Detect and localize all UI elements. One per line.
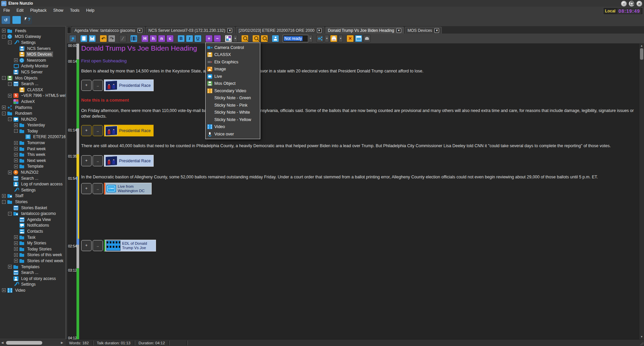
element-more-button[interactable]: ..: [93, 155, 103, 166]
tree-expander[interactable]: +: [14, 253, 18, 257]
tree-item[interactable]: - Search ...: [0, 81, 65, 87]
tree-expander[interactable]: -: [8, 82, 12, 86]
tree-expander[interactable]: +: [8, 171, 12, 174]
element-chip[interactable]: EDL of Donald Trump Vs Joe: [104, 240, 156, 251]
menu-item[interactable]: File: [0, 7, 13, 13]
element-chip[interactable]: Presidential Race: [104, 125, 154, 136]
tree-item[interactable]: - Settings: [0, 40, 65, 46]
find-next-button[interactable]: [252, 35, 260, 42]
tab[interactable]: [20/02/2023] ETERE 20200716 ORE 2000: [236, 27, 324, 34]
tree-expander[interactable]: +: [2, 194, 6, 198]
story-comment[interactable]: Note this is a comment: [81, 98, 129, 103]
tree-item[interactable]: + Newsroom: [0, 57, 65, 63]
tree-item[interactable]: Settings: [0, 187, 65, 193]
tree-item[interactable]: Log of story access: [0, 276, 65, 282]
undo-button[interactable]: [100, 35, 107, 42]
tree-expander[interactable]: -: [2, 35, 6, 39]
tree-item[interactable]: Contacts: [0, 228, 65, 234]
element-more-button[interactable]: ..: [93, 125, 103, 136]
tree-item[interactable]: + Platforms: [0, 105, 65, 111]
story-paragraph[interactable]: On Friday afternoon, there were more tha…: [81, 108, 639, 119]
insert-clip-button[interactable]: [130, 35, 138, 42]
story-element-clip[interactable]: + .. Presidential Race: [81, 155, 154, 167]
redo-button[interactable]: [108, 35, 115, 42]
comment-button[interactable]: c: [166, 35, 174, 42]
menu-item[interactable]: Show: [50, 7, 67, 13]
story-properties-button[interactable]: [69, 35, 76, 42]
element-add-button[interactable]: +: [81, 240, 92, 251]
status-dropdown-button[interactable]: ▾: [308, 35, 313, 42]
tree-item[interactable]: + Yesterday: [0, 122, 65, 128]
story-editor-content[interactable]: 00:00 00:14 01:14 01:35 01:54 02:54 03:1…: [67, 44, 644, 339]
tree-item[interactable]: + Past week: [0, 146, 65, 152]
menu-option[interactable]: Image: [206, 66, 260, 73]
menu-option[interactable]: Sticky Note - Yellow: [206, 116, 260, 123]
tree-item[interactable]: NCS Servers: [0, 46, 65, 52]
tree-item[interactable]: + Tomorrow: [0, 140, 65, 146]
tree-item[interactable]: MOS Devices: [0, 51, 65, 57]
scrollbar-thumb[interactable]: [6, 341, 42, 345]
scroll-left-icon[interactable]: ◀: [0, 341, 5, 344]
tree-item[interactable]: + NUNZIO2: [0, 169, 65, 175]
tree-expander[interactable]: +: [14, 147, 18, 151]
tree-item[interactable]: Stories Basket: [0, 205, 65, 211]
tree-expander[interactable]: -: [2, 76, 6, 80]
save-story-button[interactable]: [89, 35, 96, 42]
menu-item[interactable]: Help: [83, 7, 98, 13]
tree-item[interactable]: + Template: [0, 164, 65, 170]
element-add-button[interactable]: +: [81, 155, 92, 166]
menu-item[interactable]: Tools: [67, 7, 83, 13]
tree-item[interactable]: Settings: [0, 282, 65, 288]
menu-option[interactable]: Voice over: [206, 130, 260, 138]
tree-item[interactable]: Activity Monitor: [0, 63, 65, 69]
share-button[interactable]: [316, 35, 324, 42]
print-dropdown-button[interactable]: ▾: [338, 35, 343, 42]
tab[interactable]: MOS Devices: [405, 27, 442, 34]
tab-close-icon[interactable]: [317, 28, 322, 33]
tree-expander[interactable]: +: [2, 106, 6, 109]
tree-item[interactable]: Agenda View: [0, 217, 65, 223]
font-decrease-button[interactable]: −: [214, 35, 221, 42]
tree-expander[interactable]: -: [14, 129, 18, 133]
element-add-button[interactable]: +: [81, 125, 92, 136]
refresh-button[interactable]: ↺: [1, 16, 10, 24]
tab-close-icon[interactable]: [138, 28, 142, 33]
menu-option[interactable]: Live: [206, 73, 260, 80]
menu-option[interactable]: Sticky Note - White: [206, 109, 260, 116]
element-more-button[interactable]: ..: [93, 183, 103, 194]
tab-close-icon[interactable]: [434, 28, 439, 33]
story-element-clip[interactable]: + .. Presidential Race: [81, 79, 154, 91]
story-element-live[interactable]: + .. Live Live from Washington DC: [81, 183, 152, 194]
tree-expander[interactable]: -: [8, 117, 12, 121]
tree-expander[interactable]: +: [14, 123, 18, 127]
tree-expander[interactable]: +: [14, 259, 18, 263]
close-button[interactable]: ✕: [636, 1, 642, 7]
panel-toggle-button[interactable]: [12, 16, 21, 24]
tree-item[interactable]: + Video: [0, 287, 65, 293]
element-chip[interactable]: Presidential Race: [104, 79, 154, 91]
tree-item[interactable]: + This week: [0, 152, 65, 158]
tree-expander[interactable]: -: [8, 41, 12, 44]
tab-close-icon[interactable]: [396, 28, 401, 33]
sidebar-horizontal-scrollbar[interactable]: ◀ ▶: [0, 339, 66, 346]
tree-expander[interactable]: +: [8, 94, 12, 98]
tree-item[interactable]: NCS Server: [0, 69, 65, 75]
heading-button[interactable]: H: [141, 35, 149, 42]
story-paragraph[interactable]: Biden is ahead by more than 14,500 votes…: [81, 68, 639, 74]
tree-expander[interactable]: +: [8, 265, 12, 269]
tree-item[interactable]: + Feeds: [0, 28, 65, 34]
tree-expander[interactable]: +: [14, 165, 18, 168]
tree-item[interactable]: - NUNZIO: [0, 116, 65, 122]
menu-option[interactable]: Mos Object: [206, 80, 260, 88]
scroll-up-icon[interactable]: ▲: [639, 44, 644, 48]
story-heading[interactable]: Donald Trump Vs Joe Biden Heading: [81, 44, 197, 52]
menu-item[interactable]: Edit: [13, 7, 27, 13]
tree-item[interactable]: Notifications: [0, 223, 65, 229]
note-button[interactable]: n: [158, 35, 165, 42]
element-more-button[interactable]: ..: [93, 240, 103, 251]
menu-option[interactable]: Etx Graphics: [206, 58, 260, 66]
tree-item[interactable]: Search ...: [0, 175, 65, 181]
tree-item[interactable]: + Stories of this week: [0, 252, 65, 258]
tab[interactable]: Donald Trump Vs Joe Biden Heading: [325, 27, 404, 34]
story-status-select[interactable]: Not ready: [283, 35, 308, 42]
